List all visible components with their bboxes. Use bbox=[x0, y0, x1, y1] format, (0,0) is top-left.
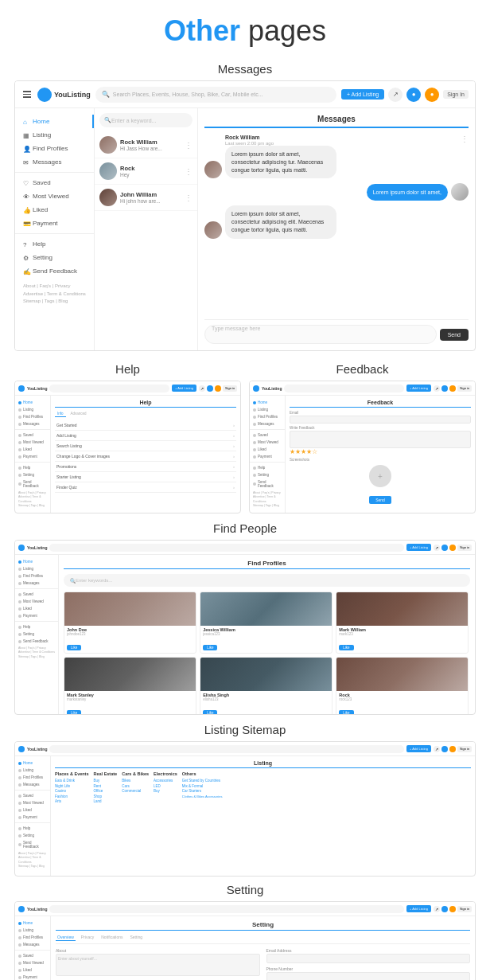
help-tab-info[interactable]: Info bbox=[55, 411, 66, 417]
fp-like-btn-4[interactable]: Like bbox=[67, 710, 81, 715]
sidebar-item-payment[interactable]: 💳 Payment bbox=[15, 217, 94, 230]
setting-sidebar-home[interactable]: Home bbox=[15, 919, 50, 927]
sitemap-link[interactable]: Rent bbox=[94, 784, 118, 788]
sidebar-item-listing[interactable]: ▦ Listing bbox=[15, 128, 94, 142]
sitemap-link[interactable]: Night Life bbox=[55, 784, 89, 788]
fp-sidebar-mostviewed[interactable]: Most Viewed bbox=[15, 598, 58, 605]
setting-phone-input[interactable] bbox=[266, 972, 471, 980]
feedback-nav-icon-3[interactable] bbox=[449, 385, 456, 392]
sitemap-link[interactable]: Get Stared by Countries bbox=[182, 779, 223, 783]
help-sidebar-payment[interactable]: Payment bbox=[15, 453, 50, 460]
fp-sidebar-payment[interactable]: Payment bbox=[15, 612, 58, 619]
feedback-stars[interactable]: ★★★★☆ bbox=[290, 448, 471, 455]
feedback-sidebar-payment[interactable]: Payment bbox=[250, 453, 285, 460]
setting-nav-icon-2[interactable] bbox=[441, 906, 448, 912]
help-sidebar-help[interactable]: Help bbox=[15, 464, 50, 471]
fp-sidebar-setting[interactable]: Setting bbox=[15, 631, 58, 638]
feedback-sidebar-home[interactable]: Home bbox=[250, 399, 285, 406]
fp-like-btn-2[interactable]: Like bbox=[203, 645, 217, 650]
sidebar-item-most-viewed[interactable]: 👁 Most Viewed bbox=[15, 189, 94, 203]
feedback-sidebar-messages[interactable]: Messages bbox=[250, 420, 285, 428]
help-item-2[interactable]: Add Listing› bbox=[55, 431, 236, 441]
msg-more-1[interactable]: ⋮ bbox=[185, 141, 192, 150]
feedback-sidebar-listing[interactable]: Listing bbox=[250, 406, 285, 413]
fp-nav-icon-3[interactable] bbox=[449, 545, 456, 551]
sitemap-link[interactable]: Buy bbox=[154, 789, 177, 793]
fp-like-btn-1[interactable]: Like bbox=[67, 645, 81, 650]
feedback-sidebar-mostviewed[interactable]: Most Viewed bbox=[250, 439, 285, 446]
setting-add-listing[interactable]: + Add Listing bbox=[406, 905, 431, 912]
sitemap-sidebar-listing[interactable]: Listing bbox=[15, 767, 50, 774]
fp-sidebar-findprofiles[interactable]: Find Profiles bbox=[15, 572, 58, 580]
feedback-submit-button[interactable]: Send bbox=[369, 496, 391, 504]
fp-like-btn-6[interactable]: Like bbox=[339, 710, 353, 715]
help-item-7[interactable]: Finder Quiz› bbox=[55, 482, 236, 493]
help-sidebar-findprofiles[interactable]: Find Profiles bbox=[15, 413, 50, 420]
sitemap-sidebar-setting[interactable]: Setting bbox=[15, 832, 50, 839]
sitemap-link[interactable]: Shop bbox=[94, 795, 118, 798]
sitemap-sidebar-home[interactable]: Home bbox=[15, 759, 50, 767]
sitemap-link[interactable]: Mix & Formal bbox=[182, 784, 223, 788]
fp-search[interactable]: 🔍 Enter keywords... bbox=[64, 574, 470, 587]
feedback-write-textarea[interactable] bbox=[290, 431, 471, 448]
help-sidebar-mostviewed[interactable]: Most Viewed bbox=[15, 439, 50, 446]
sitemap-link[interactable]: Accessories bbox=[154, 779, 177, 783]
setting-signin[interactable]: Sign in bbox=[457, 906, 472, 912]
msg-item-john-william[interactable]: John William Hi john how are... ⋮ bbox=[95, 185, 197, 211]
sitemap-link[interactable]: LED bbox=[154, 784, 177, 788]
sidebar-item-home[interactable]: ⌂ Home bbox=[15, 115, 94, 128]
msg-more-2[interactable]: ⋮ bbox=[185, 167, 192, 176]
setting-tab-notifications[interactable]: Notifications bbox=[99, 934, 124, 941]
sitemap-sidebar-mostviewed[interactable]: Most Viewed bbox=[15, 799, 50, 806]
sidebar-item-messages[interactable]: ✉ Messages bbox=[15, 155, 94, 169]
message-search[interactable]: 🔍 Enter a keyword... bbox=[99, 113, 192, 127]
fp-like-btn-3[interactable]: Like bbox=[339, 645, 353, 650]
fp-add-listing[interactable]: + Add Listing bbox=[406, 544, 431, 551]
msg-item-rock-william[interactable]: Rock William Hi Jass How are... ⋮ bbox=[95, 132, 197, 158]
fp-nav-icon-1[interactable]: ↗ bbox=[434, 545, 440, 551]
sitemap-sidebar-findprofiles[interactable]: Find Profiles bbox=[15, 774, 50, 781]
help-sidebar-saved[interactable]: Saved bbox=[15, 431, 50, 439]
sidebar-item-send-feedback[interactable]: ✍ Send Feedback bbox=[15, 264, 94, 278]
sitemap-link[interactable]: Cars bbox=[122, 784, 149, 788]
help-item-4[interactable]: Change Logo & Cover images› bbox=[55, 451, 236, 462]
help-nav-icon-3[interactable] bbox=[215, 385, 221, 392]
help-item-5[interactable]: Promotions› bbox=[55, 462, 236, 472]
setting-sidebar-liked[interactable]: Liked bbox=[15, 966, 50, 974]
chat-input[interactable]: Type message here bbox=[204, 325, 437, 344]
setting-nav-search[interactable] bbox=[49, 905, 404, 913]
sitemap-link[interactable]: Fashion bbox=[55, 795, 89, 798]
sitemap-nav-search[interactable] bbox=[49, 745, 404, 753]
sitemap-link[interactable]: Eats & Drink bbox=[55, 779, 89, 783]
sidebar-item-saved[interactable]: ♡ Saved bbox=[15, 176, 94, 189]
sitemap-nav-icon-1[interactable]: ↗ bbox=[434, 746, 440, 752]
help-item-6[interactable]: Starter Listing› bbox=[55, 472, 236, 482]
help-sidebar-feedback[interactable]: Send Feedback bbox=[15, 478, 50, 490]
help-nav-icon-1[interactable]: ↗ bbox=[199, 385, 205, 392]
nav-message-icon[interactable]: ● bbox=[425, 88, 439, 102]
help-signin[interactable]: Sign in bbox=[223, 385, 237, 392]
fp-sidebar-feedback[interactable]: Send Feedback bbox=[15, 638, 58, 645]
sitemap-link[interactable]: Office bbox=[94, 789, 118, 793]
sitemap-sidebar-feedback[interactable]: Send Feedback bbox=[15, 839, 50, 850]
feedback-add-listing[interactable]: + Add Listing bbox=[406, 385, 431, 392]
sitemap-link[interactable]: Land bbox=[94, 799, 118, 803]
setting-sidebar-findprofiles[interactable]: Find Profiles bbox=[15, 934, 50, 941]
setting-sidebar-payment[interactable]: Payment bbox=[15, 974, 50, 980]
sitemap-sidebar-liked[interactable]: Liked bbox=[15, 806, 50, 814]
help-item-3[interactable]: Search Listing› bbox=[55, 441, 236, 451]
hamburger-icon[interactable] bbox=[21, 89, 33, 100]
sidebar-item-help[interactable]: ? Help bbox=[15, 237, 94, 251]
nav-share-icon[interactable]: ↗ bbox=[388, 88, 402, 102]
setting-tab-privacy[interactable]: Privacy bbox=[80, 934, 95, 941]
chat-msg-more-1[interactable]: ⋮ bbox=[461, 135, 469, 143]
feedback-signin[interactable]: Sign in bbox=[457, 385, 472, 392]
nav-notification-icon[interactable]: ● bbox=[406, 88, 421, 102]
feedback-sidebar-help[interactable]: Help bbox=[250, 464, 285, 471]
fp-nav-icon-2[interactable] bbox=[441, 545, 448, 551]
sitemap-link[interactable]: Arts bbox=[55, 799, 89, 803]
sitemap-sidebar-payment[interactable]: Payment bbox=[15, 814, 50, 821]
msg-more-3[interactable]: ⋮ bbox=[185, 193, 192, 202]
feedback-email-input[interactable] bbox=[290, 416, 471, 424]
msg-item-rock[interactable]: Rock Hey ⋮ bbox=[95, 158, 197, 185]
